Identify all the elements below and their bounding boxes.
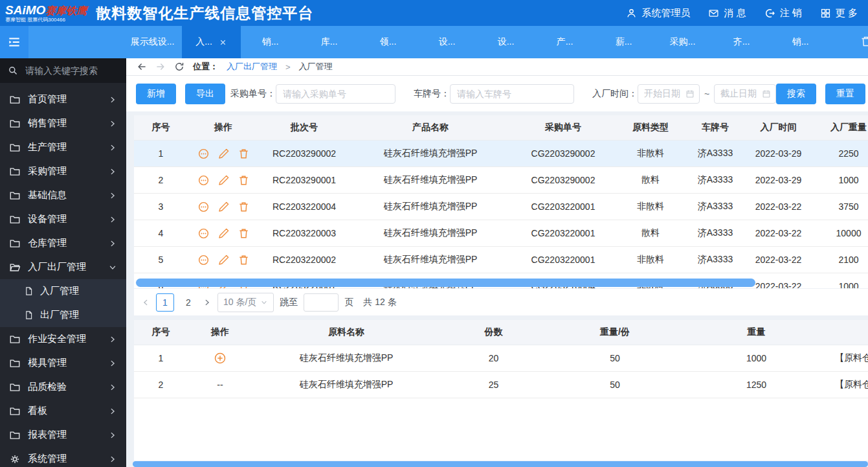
comment-icon[interactable] (197, 254, 210, 266)
table-row[interactable]: 4 RC2203220003 硅灰石纤维填充增强PP CG2203220001 … (134, 220, 868, 247)
comment-icon[interactable] (197, 148, 210, 160)
table-row[interactable]: 1 RC2203290002 硅灰石纤维填充增强PP CG2203290002 … (134, 141, 868, 167)
table-row[interactable]: 1 硅灰石纤维填充增强PP 20 50 1000 【原料仓0 (134, 345, 868, 372)
page-number-1[interactable]: 1 (156, 293, 174, 312)
chevron-right-icon (108, 359, 117, 368)
tab-picking[interactable]: 领... (359, 26, 417, 58)
tab-entry-management-active[interactable]: 入... (182, 26, 241, 58)
sidebar-item-kanban[interactable]: 看板 (0, 399, 126, 423)
delete-icon[interactable] (238, 254, 250, 266)
sidebar-item-homepage[interactable]: 首页管理 (0, 87, 126, 111)
tab-salary[interactable]: 薪... (594, 26, 653, 58)
search-icon (8, 65, 18, 76)
start-date-input[interactable]: 开始日期 (638, 84, 700, 104)
plate-no-input[interactable] (450, 84, 574, 104)
forward-icon[interactable] (155, 62, 166, 72)
comment-icon[interactable] (197, 227, 210, 240)
table-row[interactable]: 5 RC2203220002 硅灰石纤维填充增强PP CG2203220001 … (134, 247, 868, 273)
tab-production[interactable]: 产... (535, 26, 594, 58)
more-button[interactable]: 更 多 (820, 7, 858, 19)
edit-icon[interactable] (217, 148, 230, 160)
search-button[interactable]: 搜索 (776, 84, 816, 104)
edit-icon[interactable] (217, 227, 230, 240)
more-label: 更 多 (836, 7, 858, 19)
page-title: 散料数智化生产线信息管控平台 (96, 3, 313, 23)
chevron-right-icon (108, 119, 117, 128)
tab-qi[interactable]: 齐... (712, 26, 771, 58)
tab-sales[interactable]: 销... (241, 26, 300, 58)
tab-equipment-2[interactable]: 设... (476, 26, 535, 58)
tab-display-line[interactable]: 展示线设... (123, 26, 182, 58)
pagination: 1 2 10 条/页 跳至 页 共 12 条 (134, 289, 868, 315)
user-name: 系统管理员 (641, 7, 690, 19)
sidebar-item-system[interactable]: 系统管理 (0, 447, 126, 467)
sidebar-item-quality[interactable]: 品质检验 (0, 375, 126, 399)
export-button[interactable]: 导出 (185, 84, 225, 104)
page-horizontal-scrollbar[interactable] (133, 461, 868, 467)
clipboard-icon (860, 35, 868, 48)
sidebar-search-input[interactable] (24, 65, 118, 76)
sidebar-item-mold[interactable]: 模具管理 (0, 351, 126, 375)
jump-label: 跳至 (280, 297, 298, 308)
back-icon[interactable] (137, 62, 147, 72)
page-size-select[interactable]: 10 条/页 (217, 293, 274, 312)
tab-equipment-1[interactable]: 设... (417, 26, 476, 58)
chevron-right-icon (108, 167, 117, 176)
sidebar-item-reports[interactable]: 报表管理 (0, 423, 126, 447)
table-row[interactable]: 2 -- 硅灰石纤维填充增强PP 25 50 1250 【原料仓0 (134, 372, 868, 398)
folder-icon (9, 118, 21, 130)
logout-button[interactable]: 注 销 (764, 7, 802, 19)
edit-icon[interactable] (217, 254, 230, 266)
add-button[interactable]: 新增 (136, 84, 176, 104)
sidebar-item-equipment[interactable]: 设备管理 (0, 207, 126, 231)
user-menu[interactable]: 系统管理员 (626, 7, 690, 19)
hamburger-icon (7, 35, 21, 49)
edit-icon[interactable] (217, 201, 230, 213)
table-row[interactable]: 2 RC2203290001 硅灰石纤维填充增强PP CG2203290002 … (134, 167, 868, 194)
sidebar-item-sales[interactable]: 销售管理 (0, 111, 126, 135)
sidebar-item-entry-exit[interactable]: 入厂出厂管理 (0, 255, 126, 279)
sidebar-item-purchasing[interactable]: 采购管理 (0, 159, 126, 183)
next-page-icon[interactable] (203, 298, 212, 307)
sidebar-item-work-safety[interactable]: 作业安全管理 (0, 327, 126, 351)
breadcrumb-parent-link[interactable]: 入厂出厂管理 (227, 61, 277, 73)
tab-close-icon[interactable] (219, 38, 227, 47)
messages-button[interactable]: 消 息 (708, 7, 746, 19)
tab-sales-2[interactable]: 销... (771, 26, 830, 58)
delete-icon[interactable] (238, 201, 250, 213)
sidebar-item-production[interactable]: 生产管理 (0, 135, 126, 159)
refresh-icon[interactable] (174, 62, 184, 72)
add-detail-icon[interactable] (214, 352, 227, 365)
jump-page-input[interactable] (304, 293, 339, 312)
purchase-no-input[interactable] (276, 84, 395, 104)
sidebar-subitem-entry-management[interactable]: 入厂管理 (0, 279, 126, 303)
sidebar-subitem-exit-management[interactable]: 出厂管理 (0, 303, 126, 327)
table-row[interactable]: 3 RC2203220004 硅灰石纤维填充增强PP CG2203220001 … (134, 194, 868, 220)
folder-icon (9, 238, 21, 249)
chevron-right-icon (108, 431, 117, 440)
page-number-2[interactable]: 2 (180, 294, 197, 311)
edit-icon[interactable] (217, 174, 230, 187)
sidebar-collapse-button[interactable] (0, 26, 28, 58)
chevron-right-icon (108, 215, 117, 224)
table-horizontal-scrollbar[interactable] (136, 279, 755, 287)
prev-page-icon[interactable] (141, 298, 150, 307)
tab-purchase[interactable]: 采购... (653, 26, 712, 58)
total-count: 共 12 条 (363, 297, 396, 308)
sidebar-item-basic-info[interactable]: 基础信息 (0, 183, 126, 207)
end-date-input[interactable]: 截止日期 (714, 84, 776, 104)
sidebar: 首页管理 销售管理 生产管理 采购管理 基础信息 (0, 58, 126, 467)
file-icon (24, 310, 34, 320)
tab-actions-icon[interactable] (860, 35, 868, 48)
comment-icon[interactable] (197, 201, 210, 213)
calendar-icon (685, 89, 695, 98)
tab-inventory[interactable]: 库... (300, 26, 359, 58)
reset-button[interactable]: 重置 (825, 84, 865, 104)
delete-icon[interactable] (238, 148, 250, 160)
delete-icon[interactable] (238, 227, 250, 240)
comment-icon[interactable] (197, 174, 210, 187)
sidebar-item-warehouse[interactable]: 仓库管理 (0, 231, 126, 255)
folder-icon (9, 214, 21, 225)
date-range-separator: ~ (704, 89, 709, 99)
delete-icon[interactable] (238, 174, 250, 187)
